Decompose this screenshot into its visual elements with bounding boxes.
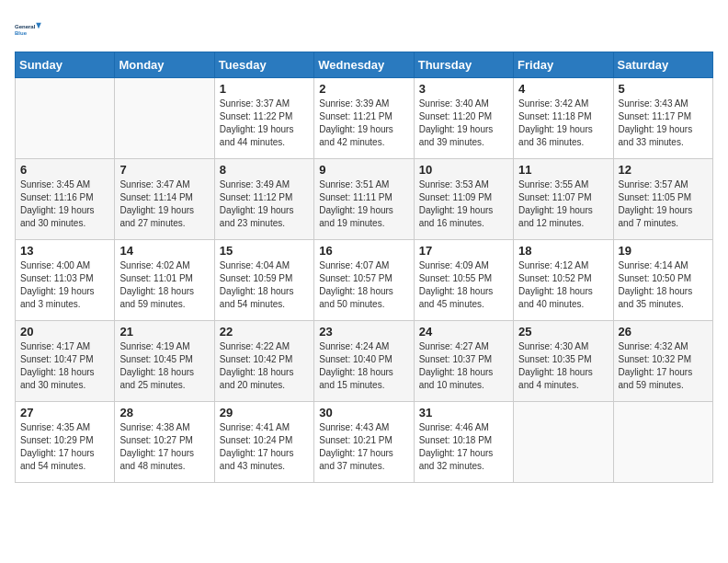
calendar-cell: 20Sunrise: 4:17 AM Sunset: 10:47 PM Dayl… [16, 321, 115, 402]
calendar-cell: 4Sunrise: 3:42 AM Sunset: 11:18 PM Dayli… [514, 78, 613, 159]
calendar-week-5: 27Sunrise: 4:35 AM Sunset: 10:29 PM Dayl… [16, 402, 713, 483]
day-info: Sunrise: 4:07 AM Sunset: 10:57 PM Daylig… [319, 259, 408, 311]
day-info: Sunrise: 4:27 AM Sunset: 10:37 PM Daylig… [419, 340, 508, 392]
day-number: 16 [319, 244, 408, 258]
day-info: Sunrise: 4:24 AM Sunset: 10:40 PM Daylig… [319, 340, 408, 392]
day-number: 14 [119, 244, 209, 258]
day-info: Sunrise: 3:49 AM Sunset: 11:12 PM Daylig… [220, 178, 309, 230]
day-number: 22 [220, 325, 309, 339]
logo-icon: GeneralBlue [15, 15, 44, 44]
day-info: Sunrise: 3:43 AM Sunset: 11:17 PM Daylig… [619, 98, 708, 149]
day-number: 11 [518, 163, 608, 177]
calendar-week-4: 20Sunrise: 4:17 AM Sunset: 10:47 PM Dayl… [16, 321, 713, 402]
calendar-cell: 18Sunrise: 4:12 AM Sunset: 10:52 PM Dayl… [514, 240, 613, 321]
calendar-cell: 21Sunrise: 4:19 AM Sunset: 10:45 PM Dayl… [115, 321, 214, 402]
day-number: 30 [319, 406, 408, 419]
day-number: 18 [518, 244, 608, 258]
calendar-cell: 22Sunrise: 4:22 AM Sunset: 10:42 PM Dayl… [214, 321, 313, 402]
calendar-cell: 14Sunrise: 4:02 AM Sunset: 11:01 PM Dayl… [115, 240, 214, 321]
weekday-header-row: SundayMondayTuesdayWednesdayThursdayFrid… [16, 52, 713, 78]
calendar-cell [115, 78, 214, 159]
day-info: Sunrise: 4:19 AM Sunset: 10:45 PM Daylig… [119, 340, 209, 392]
calendar-cell: 23Sunrise: 4:24 AM Sunset: 10:40 PM Dayl… [314, 321, 414, 402]
weekday-header-tuesday: Tuesday [214, 52, 313, 78]
day-info: Sunrise: 4:41 AM Sunset: 10:24 PM Daylig… [220, 421, 309, 473]
day-number: 1 [220, 82, 309, 96]
day-info: Sunrise: 4:12 AM Sunset: 10:52 PM Daylig… [518, 259, 608, 311]
calendar-cell: 5Sunrise: 3:43 AM Sunset: 11:17 PM Dayli… [613, 78, 712, 159]
calendar-cell: 31Sunrise: 4:46 AM Sunset: 10:18 PM Dayl… [414, 402, 513, 483]
day-number: 8 [220, 163, 309, 177]
day-info: Sunrise: 3:55 AM Sunset: 11:07 PM Daylig… [518, 178, 608, 230]
calendar-cell: 9Sunrise: 3:51 AM Sunset: 11:11 PM Dayli… [314, 159, 414, 240]
day-info: Sunrise: 3:57 AM Sunset: 11:05 PM Daylig… [619, 178, 708, 230]
weekday-header-saturday: Saturday [613, 52, 712, 78]
page-header: GeneralBlue [15, 15, 713, 44]
calendar-cell: 29Sunrise: 4:41 AM Sunset: 10:24 PM Dayl… [214, 402, 313, 483]
day-number: 20 [20, 325, 109, 339]
calendar-cell: 28Sunrise: 4:38 AM Sunset: 10:27 PM Dayl… [115, 402, 214, 483]
calendar-cell: 11Sunrise: 3:55 AM Sunset: 11:07 PM Dayl… [514, 159, 613, 240]
day-number: 29 [220, 406, 309, 419]
day-number: 12 [619, 163, 708, 177]
calendar-cell: 15Sunrise: 4:04 AM Sunset: 10:59 PM Dayl… [214, 240, 313, 321]
day-number: 17 [419, 244, 508, 258]
day-info: Sunrise: 4:14 AM Sunset: 10:50 PM Daylig… [619, 259, 708, 311]
calendar-cell: 1Sunrise: 3:37 AM Sunset: 11:22 PM Dayli… [214, 78, 313, 159]
day-info: Sunrise: 4:43 AM Sunset: 10:21 PM Daylig… [319, 421, 408, 473]
day-number: 13 [20, 244, 109, 258]
calendar-cell: 12Sunrise: 3:57 AM Sunset: 11:05 PM Dayl… [613, 159, 712, 240]
day-info: Sunrise: 3:47 AM Sunset: 11:14 PM Daylig… [119, 178, 209, 230]
svg-marker-2 [36, 23, 41, 29]
calendar-cell: 17Sunrise: 4:09 AM Sunset: 10:55 PM Dayl… [414, 240, 513, 321]
day-info: Sunrise: 4:09 AM Sunset: 10:55 PM Daylig… [419, 259, 508, 311]
day-number: 5 [619, 82, 708, 96]
day-info: Sunrise: 3:39 AM Sunset: 11:21 PM Daylig… [319, 98, 408, 149]
day-number: 26 [619, 325, 708, 339]
day-number: 15 [220, 244, 309, 258]
calendar-cell: 13Sunrise: 4:00 AM Sunset: 11:03 PM Dayl… [16, 240, 115, 321]
calendar-cell: 25Sunrise: 4:30 AM Sunset: 10:35 PM Dayl… [514, 321, 613, 402]
day-number: 23 [319, 325, 408, 339]
calendar-cell: 26Sunrise: 4:32 AM Sunset: 10:32 PM Dayl… [613, 321, 712, 402]
day-number: 31 [419, 406, 508, 419]
day-info: Sunrise: 3:53 AM Sunset: 11:09 PM Daylig… [419, 178, 508, 230]
day-info: Sunrise: 4:46 AM Sunset: 10:18 PM Daylig… [419, 421, 508, 473]
day-number: 9 [319, 163, 408, 177]
calendar-week-2: 6Sunrise: 3:45 AM Sunset: 11:16 PM Dayli… [16, 159, 713, 240]
day-info: Sunrise: 3:45 AM Sunset: 11:16 PM Daylig… [20, 178, 109, 230]
calendar-cell: 7Sunrise: 3:47 AM Sunset: 11:14 PM Dayli… [115, 159, 214, 240]
weekday-header-wednesday: Wednesday [314, 52, 414, 78]
calendar-cell: 27Sunrise: 4:35 AM Sunset: 10:29 PM Dayl… [16, 402, 115, 483]
day-number: 19 [619, 244, 708, 258]
calendar-cell: 10Sunrise: 3:53 AM Sunset: 11:09 PM Dayl… [414, 159, 513, 240]
day-number: 2 [319, 82, 408, 96]
calendar-cell: 16Sunrise: 4:07 AM Sunset: 10:57 PM Dayl… [314, 240, 414, 321]
day-info: Sunrise: 4:17 AM Sunset: 10:47 PM Daylig… [20, 340, 109, 392]
day-number: 28 [119, 406, 209, 419]
day-info: Sunrise: 4:35 AM Sunset: 10:29 PM Daylig… [20, 421, 109, 473]
logo: GeneralBlue [15, 15, 44, 44]
day-number: 27 [20, 406, 109, 419]
day-number: 6 [20, 163, 109, 177]
calendar-cell: 8Sunrise: 3:49 AM Sunset: 11:12 PM Dayli… [214, 159, 313, 240]
day-number: 4 [518, 82, 608, 96]
day-number: 10 [419, 163, 508, 177]
day-info: Sunrise: 4:38 AM Sunset: 10:27 PM Daylig… [119, 421, 209, 473]
svg-text:General: General [15, 24, 36, 29]
calendar-cell: 3Sunrise: 3:40 AM Sunset: 11:20 PM Dayli… [414, 78, 513, 159]
day-info: Sunrise: 3:37 AM Sunset: 11:22 PM Daylig… [220, 98, 309, 149]
day-number: 3 [419, 82, 508, 96]
weekday-header-sunday: Sunday [16, 52, 115, 78]
calendar-cell [16, 78, 115, 159]
calendar-cell: 6Sunrise: 3:45 AM Sunset: 11:16 PM Dayli… [16, 159, 115, 240]
calendar-cell: 2Sunrise: 3:39 AM Sunset: 11:21 PM Dayli… [314, 78, 414, 159]
calendar-cell [514, 402, 613, 483]
day-info: Sunrise: 4:30 AM Sunset: 10:35 PM Daylig… [518, 340, 608, 392]
weekday-header-thursday: Thursday [414, 52, 513, 78]
day-info: Sunrise: 4:22 AM Sunset: 10:42 PM Daylig… [220, 340, 309, 392]
weekday-header-friday: Friday [514, 52, 613, 78]
day-number: 21 [119, 325, 209, 339]
calendar-cell: 19Sunrise: 4:14 AM Sunset: 10:50 PM Dayl… [613, 240, 712, 321]
weekday-header-monday: Monday [115, 52, 214, 78]
